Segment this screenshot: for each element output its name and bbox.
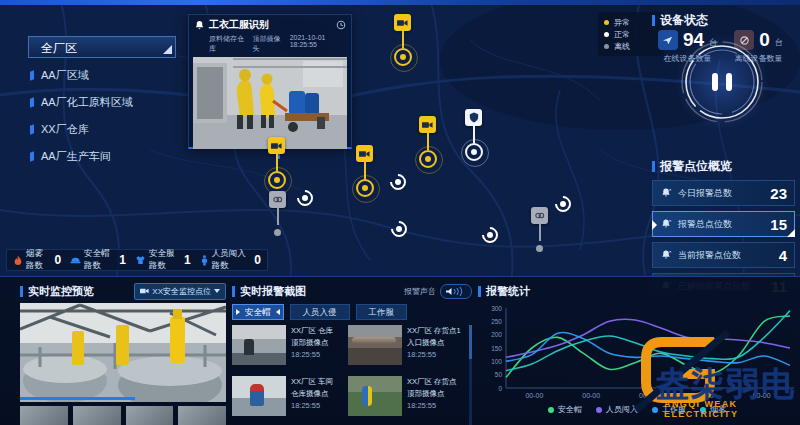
map-marker-normal[interactable] — [390, 220, 408, 238]
alarm-snapshot-panel: 实时报警截图 报警声音 安全帽人员入侵工作服 XX厂区 仓库顶部摄像点18:25… — [232, 283, 472, 425]
sidebar-item[interactable]: AA厂生产车间 — [30, 143, 133, 170]
sidebar-item-label: AA厂化工原料区域 — [41, 95, 133, 110]
device-status-title-row: 设备状态 — [652, 12, 794, 29]
legend-dot-icon — [596, 407, 602, 413]
scrollbar[interactable] — [469, 325, 472, 425]
dot-icon — [395, 179, 401, 185]
alarm-popup[interactable]: 工衣工服识别 原料储存仓库 顶部摄像头 2021-10-01 18:25:55 — [188, 14, 352, 149]
marker-stem — [539, 224, 541, 241]
alarm-card[interactable]: XX厂区 存货点顶部摄像点18:25:55 — [348, 376, 464, 424]
map-marker-alarm[interactable] — [354, 145, 376, 201]
alarm-panel-header: 实时报警截图 报警声音 — [232, 283, 472, 299]
device-status-title: 设备状态 — [660, 12, 708, 29]
alarm-card[interactable]: XX厂区 车间仓库摄像点18:25:55 — [232, 376, 348, 424]
clock-icon[interactable] — [336, 20, 346, 30]
scrollbar-thumb[interactable] — [469, 325, 472, 359]
speaker-icon — [445, 287, 467, 296]
bullet-icon — [30, 97, 34, 107]
alarm-card-camera: 入口摄像点 — [407, 337, 461, 349]
alarm-overview-title: 报警点位概览 — [660, 158, 732, 175]
device-status-panel: 设备状态 94 台 在线设备数量 — [652, 12, 794, 154]
map-marker-normal[interactable] — [389, 173, 407, 191]
alarm-overview-row[interactable]: 今日报警总数23 — [652, 180, 795, 206]
alarm-tab[interactable]: 安全帽 — [232, 304, 284, 320]
popup-meta: 原料储存仓库 顶部摄像头 2021-10-01 18:25:55 — [189, 32, 351, 57]
alarm-card-camera: 顶部摄像点 — [407, 388, 457, 400]
marker-stem — [277, 208, 279, 225]
alarm-card-camera: 顶部摄像点 — [291, 337, 333, 349]
dot-icon — [487, 232, 493, 238]
alarm-bell-icon — [660, 187, 672, 199]
map-marker-offline[interactable] — [529, 207, 551, 263]
chart-legend-item[interactable]: 安全帽 — [548, 404, 582, 415]
region-selector[interactable]: 全厂区 — [28, 36, 176, 58]
alarm-overview-value: 4 — [779, 247, 787, 264]
alarm-sound-toggle[interactable] — [440, 284, 472, 299]
map-legend-label: 正常 — [614, 29, 630, 40]
map-legend-label: 异常 — [614, 17, 630, 28]
legend-dot-icon — [548, 407, 554, 413]
channel-stat-value: 1 — [184, 253, 191, 267]
channel-stat-label: 人员闯入路数 — [212, 248, 250, 272]
camera-thumbnail[interactable] — [73, 406, 121, 425]
title-bar-icon — [20, 286, 23, 297]
alarm-overview-row[interactable]: 报警总点位数15 — [652, 211, 795, 237]
sidebar-item[interactable]: AA厂化工原料区域 — [30, 89, 133, 116]
alarm-card-location: XX厂区 存货点1 — [407, 325, 461, 337]
alarm-sound-label: 报警声音 — [404, 286, 436, 297]
title-bar-icon — [652, 15, 655, 26]
map-marker-normal[interactable] — [554, 195, 572, 213]
live-video-frame[interactable] — [20, 303, 226, 402]
alarm-card[interactable]: XX厂区 仓库顶部摄像点18:25:55 — [232, 325, 348, 373]
alarm-bell-icon — [660, 218, 672, 230]
alarm-card-location: XX厂区 仓库 — [291, 325, 333, 337]
svg-text:300: 300 — [491, 305, 502, 312]
map-marker-normal[interactable] — [296, 189, 314, 207]
alarm-card[interactable]: XX厂区 存货点1入口摄像点18:25:55 — [348, 325, 464, 373]
marker-dot — [536, 245, 543, 252]
camera-thumbnail[interactable] — [20, 406, 68, 425]
channel-stat-label: 安全服路数 — [149, 248, 179, 272]
alarm-card-list: XX厂区 仓库顶部摄像点18:25:55XX厂区 存货点1入口摄像点18:25:… — [232, 325, 472, 425]
marker-dot — [425, 156, 431, 162]
region-selector-label: 全厂区 — [41, 41, 77, 55]
marker-head — [419, 116, 436, 133]
alarm-overview-label: 报警总点位数 — [678, 218, 770, 231]
watermark-en: ANGQI WEAK ELECTRICITY — [664, 399, 800, 419]
sidebar-item[interactable]: XX厂仓库 — [30, 116, 133, 143]
map-marker-normal[interactable] — [481, 226, 499, 244]
bullet-icon — [30, 151, 34, 161]
map-marker-alarm[interactable] — [266, 137, 288, 193]
offline-unit: 台 — [775, 37, 783, 48]
svg-text:50: 50 — [495, 371, 503, 378]
alarm-overview-row[interactable]: 当前报警点位数4 — [652, 242, 795, 268]
marker-dot — [362, 185, 368, 191]
camera-thumbnail[interactable] — [126, 406, 174, 425]
plant-scene — [20, 303, 226, 402]
region-list: AA厂区域AA厂化工原料区域XX厂仓库AA厂生产车间 — [30, 62, 133, 170]
channel-stat-icon flame-icon — [13, 255, 23, 266]
video-scene — [193, 57, 347, 149]
map-marker-shield[interactable] — [463, 109, 485, 165]
sidebar-item[interactable]: AA厂区域 — [30, 62, 133, 89]
marker-head — [394, 14, 411, 31]
dot-icon — [560, 201, 566, 207]
marker-dot — [400, 54, 406, 60]
marker-head — [268, 137, 285, 154]
dashboard: 全厂区 AA厂区域AA厂化工原料区域XX厂仓库AA厂生产车间 工衣工服识别 原料… — [0, 0, 800, 425]
map-marker-alarm[interactable] — [392, 14, 414, 70]
video-progress-bar[interactable] — [20, 397, 135, 400]
bullet-icon — [30, 70, 34, 80]
popup-title: 工衣工服识别 — [209, 18, 336, 32]
popup-video-frame[interactable] — [193, 57, 347, 149]
map-marker-offline[interactable] — [267, 191, 289, 247]
camera-thumbnail[interactable] — [178, 406, 226, 425]
alarm-panel-title: 实时报警截图 — [240, 284, 306, 299]
alarm-tab[interactable]: 人员入侵 — [290, 304, 350, 320]
alarm-tab[interactable]: 工作服 — [356, 304, 408, 320]
map-marker-alarm[interactable] — [417, 116, 439, 172]
channel-stat-value: 0 — [54, 253, 61, 267]
channel-stat-icon helmet-icon — [70, 255, 81, 265]
alarm-card-text: XX厂区 仓库顶部摄像点18:25:55 — [291, 325, 333, 373]
monitor-point-selector[interactable]: XX安全监控点位 — [134, 283, 226, 300]
